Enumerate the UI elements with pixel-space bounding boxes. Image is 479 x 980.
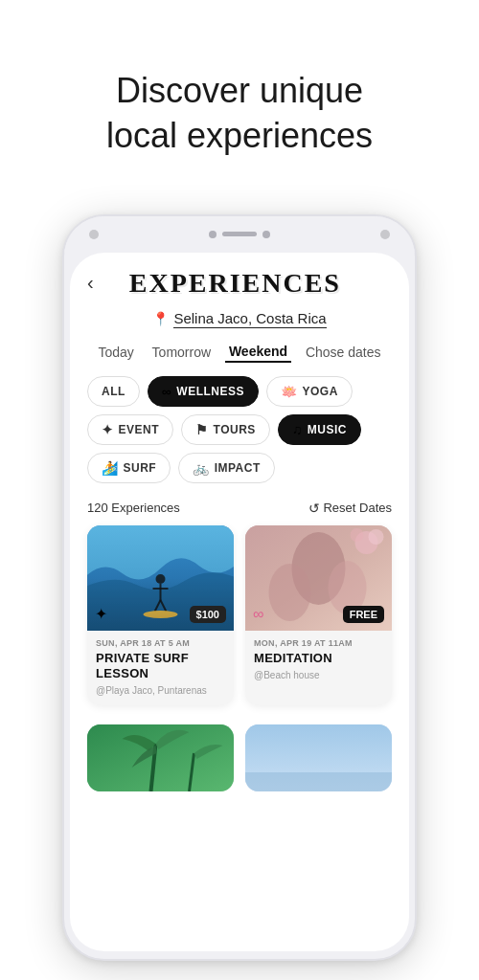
svg-point-1 (156, 574, 166, 584)
card-meditation-category-icon: ∞ (253, 606, 263, 623)
date-tabs: Today Tomorrow Weekend Chose dates (87, 342, 392, 363)
chip-wellness-label: WELLNESS (176, 385, 244, 398)
cards-bottom (87, 724, 392, 791)
chip-music[interactable]: ♫ MUSIC (278, 414, 361, 445)
cards-grid: $100 ✦ SUN, APR 18 AT 5 AM PRIVATE SURFL… (87, 525, 392, 714)
tab-chose-dates[interactable]: Chose dates (302, 343, 385, 362)
location-pin-icon: 📍 (152, 311, 169, 326)
chips-row-3: 🏄 SURF 🚲 IMPACT (87, 453, 392, 483)
chip-tours-label: TOURS (214, 423, 256, 436)
phone-frame: ‹ EXPERIENCES 📍 Selina Jaco, Costa Rica … (62, 214, 417, 961)
phone-notch (209, 231, 270, 238)
svg-point-13 (351, 528, 364, 542)
location-row: 📍 Selina Jaco, Costa Rica (87, 310, 392, 328)
card-meditation[interactable]: FREE ∞ MON, APR 19 AT 11AM MEDITATION @B… (245, 525, 392, 706)
card-meditation-body: MON, APR 19 AT 11AM MEDITATION @Beach ho… (245, 631, 392, 690)
card-bottom-left[interactable] (87, 724, 234, 791)
results-count: 120 Experiences (87, 501, 180, 515)
svg-line-4 (155, 600, 161, 612)
tours-icon: ⚑ (195, 422, 209, 437)
svg-line-5 (161, 600, 167, 612)
svg-point-6 (144, 611, 178, 618)
card-surf-date: SUN, APR 18 AT 5 AM (96, 638, 225, 648)
music-icon: ♫ (292, 422, 303, 437)
tab-tomorrow[interactable]: Tomorrow (148, 343, 215, 362)
chip-surf[interactable]: 🏄 SURF (87, 453, 171, 483)
app-content: ‹ EXPERIENCES 📍 Selina Jaco, Costa Rica … (70, 253, 409, 792)
wellness-icon: ∞ (162, 384, 171, 399)
card-surf-body: SUN, APR 18 AT 5 AM PRIVATE SURFLESSON @… (87, 631, 234, 706)
tab-today[interactable]: Today (94, 343, 137, 362)
chip-wellness[interactable]: ∞ WELLNESS (148, 376, 259, 407)
phone-top-bar (64, 216, 415, 253)
card-meditation-image: FREE ∞ (245, 525, 392, 631)
svg-point-9 (269, 564, 311, 621)
page-title: Discover unique local experiences (106, 69, 373, 159)
chip-impact[interactable]: 🚲 IMPACT (178, 453, 275, 483)
chip-all[interactable]: ALL (87, 376, 140, 407)
app-title: EXPERIENCES (102, 268, 392, 299)
phone-dot-left (89, 230, 99, 239)
phone-dot-right (380, 230, 390, 239)
card-meditation-badge: FREE (343, 606, 384, 623)
chip-impact-label: IMPACT (215, 461, 261, 475)
notch-bar (222, 232, 257, 236)
tab-weekend[interactable]: Weekend (225, 342, 291, 363)
results-row: 120 Experiences ↺ Reset Dates (87, 491, 392, 525)
chip-all-label: ALL (102, 385, 125, 398)
chip-event-label: EVENT (119, 423, 160, 436)
reset-icon: ↺ (308, 501, 320, 516)
impact-icon: 🚲 (193, 460, 210, 476)
phone-screen: ‹ EXPERIENCES 📍 Selina Jaco, Costa Rica … (70, 253, 409, 951)
chips-row-1: ALL ∞ WELLNESS 🪷 YOGA (87, 376, 392, 407)
reset-dates-button[interactable]: ↺ Reset Dates (308, 501, 392, 516)
chip-yoga[interactable]: 🪷 YOGA (266, 376, 353, 407)
surf-icon: 🏄 (102, 460, 119, 476)
page-heading: Discover unique local experiences (106, 34, 373, 188)
svg-point-12 (369, 529, 384, 545)
card-surf-location: @Playa Jaco, Puntarenas (96, 685, 225, 696)
svg-rect-14 (87, 724, 234, 791)
yoga-icon: 🪷 (281, 384, 298, 399)
card-surf-category-icon: ✦ (95, 605, 107, 623)
location-text: Selina Jaco, Costa Rica (173, 310, 326, 328)
card-meditation-name: MEDITATION (254, 651, 383, 666)
card-bottom-right[interactable] (245, 724, 392, 791)
card-meditation-date: MON, APR 19 AT 11AM (254, 638, 383, 648)
chip-tours[interactable]: ⚑ TOURS (181, 414, 270, 445)
notch-dot-2 (262, 231, 270, 238)
reset-dates-label: Reset Dates (323, 501, 392, 515)
chip-yoga-label: YOGA (302, 385, 337, 398)
header-row: ‹ EXPERIENCES (87, 268, 392, 299)
event-icon: ✦ (102, 422, 114, 437)
card-surf-lesson[interactable]: $100 ✦ SUN, APR 18 AT 5 AM PRIVATE SURFL… (87, 525, 234, 706)
card-surf-name: PRIVATE SURFLESSON (96, 651, 225, 682)
chip-surf-label: SURF (124, 461, 157, 475)
back-button[interactable]: ‹ (87, 268, 102, 298)
svg-rect-18 (245, 772, 392, 791)
card-surf-badge: $100 (190, 606, 226, 623)
chip-music-label: MUSIC (308, 423, 347, 436)
notch-dot (209, 231, 217, 238)
card-meditation-location: @Beach house (254, 670, 383, 680)
chips-row-2: ✦ EVENT ⚑ TOURS ♫ MUSIC (87, 414, 392, 445)
card-surf-image: $100 ✦ (87, 525, 234, 631)
chip-event[interactable]: ✦ EVENT (87, 414, 173, 445)
